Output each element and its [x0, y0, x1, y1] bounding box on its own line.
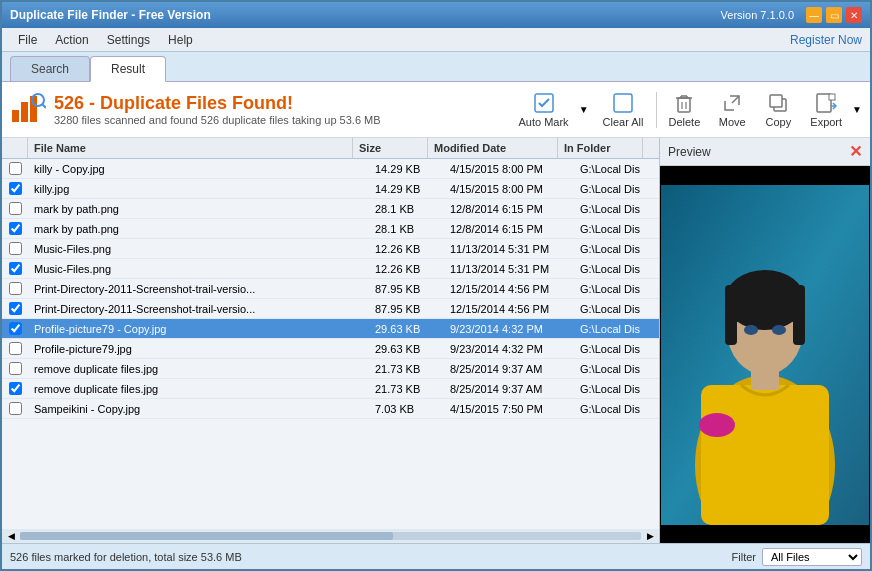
row-checkbox[interactable] [2, 279, 28, 298]
export-button[interactable]: Export [802, 88, 850, 132]
table-row[interactable]: killy.jpg14.29 KB4/15/2015 8:00 PMG:\Loc… [2, 179, 659, 199]
row-checkbox[interactable] [2, 199, 28, 218]
table-row[interactable]: Music-Files.png12.26 KB11/13/2014 5:31 P… [2, 259, 659, 279]
found-title: 526 - Duplicate Files Found! [54, 93, 381, 114]
clear-all-label: Clear All [603, 116, 644, 128]
menu-file[interactable]: File [10, 31, 45, 49]
found-info: 526 - Duplicate Files Found! 3280 files … [54, 93, 381, 126]
title-bar-controls: Version 7.1.0.0 — ▭ ✕ [721, 7, 862, 23]
auto-mark-label: Auto Mark [518, 116, 568, 128]
menu-settings[interactable]: Settings [99, 31, 158, 49]
tab-result[interactable]: Result [90, 56, 166, 82]
horizontal-scrollbar[interactable]: ◀ ▶ [2, 529, 659, 543]
row-date: 9/23/2014 4:32 PM [444, 340, 574, 358]
row-date: 9/23/2014 4:32 PM [444, 320, 574, 338]
row-date: 12/8/2014 6:15 PM [444, 220, 574, 238]
menu-help[interactable]: Help [160, 31, 201, 49]
row-checkbox[interactable] [2, 339, 28, 358]
table-row[interactable]: Music-Files.png12.26 KB11/13/2014 5:31 P… [2, 239, 659, 259]
dropdown-arrow-automark[interactable]: ▼ [579, 104, 589, 115]
table-row[interactable]: mark by path.png28.1 KB12/8/2014 6:15 PM… [2, 219, 659, 239]
copy-button[interactable]: Copy [756, 88, 800, 132]
row-filename: Profile-picture79.jpg [28, 340, 369, 358]
scroll-right-button[interactable]: ▶ [643, 529, 657, 543]
tabs-bar: Search Result [2, 52, 870, 82]
row-date: 4/15/2015 8:00 PM [444, 160, 574, 178]
status-bar: 526 files marked for deletion, total siz… [2, 543, 870, 569]
table-row[interactable]: Profile-picture79.jpg29.63 KB9/23/2014 4… [2, 339, 659, 359]
row-folder: G:\Local Dis [574, 400, 659, 418]
h-scroll-track[interactable] [20, 532, 641, 540]
delete-button[interactable]: Delete [661, 88, 709, 132]
th-folder: In Folder [558, 138, 643, 158]
maximize-button[interactable]: ▭ [826, 7, 842, 23]
row-checkbox[interactable] [2, 379, 28, 398]
th-filename: File Name [28, 138, 353, 158]
row-date: 4/15/2015 7:50 PM [444, 400, 574, 418]
table-row[interactable]: mark by path.png28.1 KB12/8/2014 6:15 PM… [2, 199, 659, 219]
move-button[interactable]: Move [710, 88, 754, 132]
minimize-button[interactable]: — [806, 7, 822, 23]
table-row[interactable]: Sampeikini - Copy.jpg7.03 KB4/15/2015 7:… [2, 399, 659, 419]
close-button[interactable]: ✕ [846, 7, 862, 23]
table-row[interactable]: Print-Directory-2011-Screenshot-trail-ve… [2, 299, 659, 319]
register-now-link[interactable]: Register Now [790, 33, 862, 47]
row-checkbox[interactable] [2, 239, 28, 258]
table-row[interactable]: remove duplicate files.jpg21.73 KB8/25/2… [2, 379, 659, 399]
row-folder: G:\Local Dis [574, 260, 659, 278]
auto-mark-button[interactable]: Auto Mark [510, 88, 576, 132]
row-checkbox[interactable] [2, 359, 28, 378]
clear-all-button[interactable]: Clear All [595, 88, 652, 132]
menu-action[interactable]: Action [47, 31, 96, 49]
row-checkbox[interactable] [2, 259, 28, 278]
row-checkbox[interactable] [2, 219, 28, 238]
table-row[interactable]: killy - Copy.jpg14.29 KB4/15/2015 8:00 P… [2, 159, 659, 179]
row-filename: Print-Directory-2011-Screenshot-trail-ve… [28, 300, 369, 318]
row-filename: Music-Files.png [28, 260, 369, 278]
export-label: Export [810, 116, 842, 128]
row-checkbox[interactable] [2, 399, 28, 418]
row-date: 12/8/2014 6:15 PM [444, 200, 574, 218]
toolbar: 526 - Duplicate Files Found! 3280 files … [2, 82, 870, 138]
svg-rect-7 [678, 98, 690, 112]
status-text: 526 files marked for deletion, total siz… [10, 551, 242, 563]
stats-icon [10, 90, 46, 129]
row-date: 12/15/2014 4:56 PM [444, 280, 574, 298]
row-size: 12.26 KB [369, 240, 444, 258]
svg-rect-0 [12, 110, 19, 122]
row-folder: G:\Local Dis [574, 220, 659, 238]
h-scroll-thumb[interactable] [20, 532, 393, 540]
row-date: 12/15/2014 4:56 PM [444, 300, 574, 318]
row-date: 11/13/2014 5:31 PM [444, 260, 574, 278]
row-checkbox[interactable] [2, 159, 28, 178]
row-checkbox[interactable] [2, 319, 28, 338]
row-filename: Sampeikini - Copy.jpg [28, 400, 369, 418]
preview-close-button[interactable]: ✕ [849, 142, 862, 161]
row-size: 87.95 KB [369, 280, 444, 298]
row-date: 8/25/2014 9:37 AM [444, 380, 574, 398]
row-date: 4/15/2015 8:00 PM [444, 180, 574, 198]
toolbar-info: 526 - Duplicate Files Found! 3280 files … [10, 90, 510, 129]
row-date: 11/13/2014 5:31 PM [444, 240, 574, 258]
preview-header: Preview ✕ [660, 138, 870, 166]
preview-image [660, 166, 870, 543]
table-row[interactable]: remove duplicate files.jpg21.73 KB8/25/2… [2, 359, 659, 379]
row-checkbox[interactable] [2, 179, 28, 198]
dropdown-arrow-export[interactable]: ▼ [852, 104, 862, 115]
table-row[interactable]: Print-Directory-2011-Screenshot-trail-ve… [2, 279, 659, 299]
preview-title: Preview [668, 145, 711, 159]
preview-svg [661, 185, 869, 525]
main-content: File Name Size Modified Date In Folder k… [2, 138, 870, 543]
svg-line-4 [42, 104, 46, 108]
table-row[interactable]: Profile-picture79 - Copy.jpg29.63 KB9/23… [2, 319, 659, 339]
filter-select[interactable]: All Files Images Documents Videos Audio [762, 548, 862, 566]
tab-search[interactable]: Search [10, 56, 90, 81]
svg-rect-19 [829, 94, 835, 100]
scroll-left-button[interactable]: ◀ [4, 529, 18, 543]
svg-point-32 [699, 413, 735, 437]
delete-label: Delete [669, 116, 701, 128]
preview-area: Preview ✕ [660, 138, 870, 543]
row-size: 28.1 KB [369, 220, 444, 238]
row-checkbox[interactable] [2, 299, 28, 318]
row-folder: G:\Local Dis [574, 180, 659, 198]
